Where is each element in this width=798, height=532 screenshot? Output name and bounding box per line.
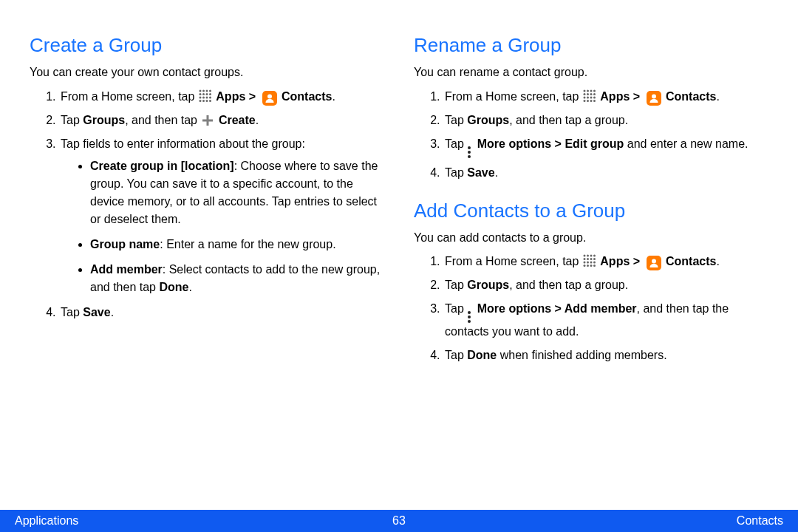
svg-point-21 [590,89,592,92]
bullet: Add member: Select contacts to add to th… [90,261,384,296]
step-1: From a Home screen, tap Apps > Contacts. [59,88,384,106]
footer-right: Contacts [737,514,783,528]
svg-point-39 [593,255,596,257]
svg-point-34 [593,100,596,102]
svg-point-5 [202,93,205,95]
steps-rename: From a Home screen, tap Apps > Contacts.… [414,88,768,182]
svg-point-40 [583,258,585,260]
step-2: Tap Groups, and then tap a group. [443,276,768,294]
page-number: 63 [392,514,406,528]
text: Tap [61,114,83,126]
step-2: Tap Groups, and then tap Create. [59,112,384,129]
svg-point-50 [590,265,592,267]
text: . [332,90,335,103]
label: Group name [90,238,160,250]
svg-point-3 [209,89,211,92]
text: Tap [445,279,467,291]
svg-point-7 [209,93,211,95]
page-footer: Applications 63 Contacts [0,510,798,532]
step-2: Tap Groups, and then tap a group. [443,112,768,129]
text: Tap [445,137,467,150]
groups-label: Groups [83,114,125,126]
svg-point-41 [587,258,589,260]
text: . [495,166,498,179]
steps-add: From a Home screen, tap Apps > Contacts.… [414,253,768,364]
svg-point-10 [205,96,208,98]
svg-point-35 [652,94,656,98]
text: Tap [445,349,467,361]
svg-point-22 [593,89,596,92]
contacts-label: Contacts [666,255,716,267]
step-4: Tap Done when finished adding members. [443,347,768,364]
contacts-label: Contacts [282,90,332,103]
svg-point-44 [583,262,585,264]
svg-point-9 [202,96,205,98]
text: Tap fields to enter information about th… [61,137,305,150]
contacts-icon [647,256,661,270]
more-label: More options [477,137,551,150]
svg-point-6 [205,93,208,95]
sep: > [633,90,644,103]
steps-create: From a Home screen, tap Apps > Contacts.… [30,88,384,321]
section-title-add: Add Contacts to a Group [414,200,768,222]
text: From a Home screen, tap [445,255,582,267]
svg-point-51 [593,265,596,267]
text: : Enter a name for the new group. [160,238,335,250]
done-label: Done [159,281,188,293]
step-3: Tap fields to enter information about th… [59,135,384,296]
sep: > [249,90,259,103]
svg-point-32 [587,100,589,102]
svg-rect-18 [202,119,213,121]
svg-point-12 [199,100,201,102]
right-column: Rename a Group You can rename a contact … [414,30,768,370]
svg-point-0 [199,89,201,92]
text: and enter a new name. [624,137,748,150]
svg-point-43 [593,258,596,260]
bullet: Group name: Enter a name for the new gro… [90,236,384,253]
step-3: Tap More options > Add member, and then … [443,300,768,341]
save-label: Save [467,166,494,179]
svg-point-48 [583,265,585,267]
apps-label: Apps [600,90,630,103]
svg-point-33 [590,100,592,102]
svg-point-49 [587,265,589,267]
svg-point-31 [583,100,585,102]
bullet: Create group in [location]: Choose where… [90,157,384,228]
content-columns: Create a Group You can create your own c… [30,30,768,370]
svg-point-27 [583,96,585,98]
step-4: Tap Save. [59,304,384,321]
text: . [256,114,259,126]
plus-icon [201,114,214,127]
svg-point-26 [593,93,596,95]
section-title-rename: Rename a Group [414,34,768,57]
apps-grid-icon [199,89,212,103]
svg-point-2 [205,89,208,92]
svg-point-15 [209,100,211,102]
svg-point-52 [652,259,656,264]
text: From a Home screen, tap [61,90,198,103]
svg-point-4 [199,93,201,95]
text: Tap [445,302,467,315]
svg-point-19 [583,89,585,92]
svg-point-14 [205,100,208,102]
step-1: From a Home screen, tap Apps > Contacts. [443,253,768,270]
text: . [716,90,719,103]
footer-left: Applications [15,514,78,528]
save-label: Save [83,306,110,318]
svg-point-29 [590,96,592,98]
svg-point-30 [593,96,596,98]
text: Tap [445,166,467,179]
svg-point-38 [590,255,592,257]
text: , and then tap [125,114,200,126]
text: , and then tap a group. [509,279,628,291]
svg-point-1 [202,89,205,92]
svg-point-42 [590,258,592,260]
contacts-icon [647,91,661,106]
text: . [111,306,114,318]
text: . [188,281,191,293]
svg-point-25 [590,93,592,95]
step-4: Tap Save. [443,164,768,182]
svg-point-28 [587,96,589,98]
step-1: From a Home screen, tap Apps > Contacts. [443,88,768,106]
text: Tap [61,306,83,318]
